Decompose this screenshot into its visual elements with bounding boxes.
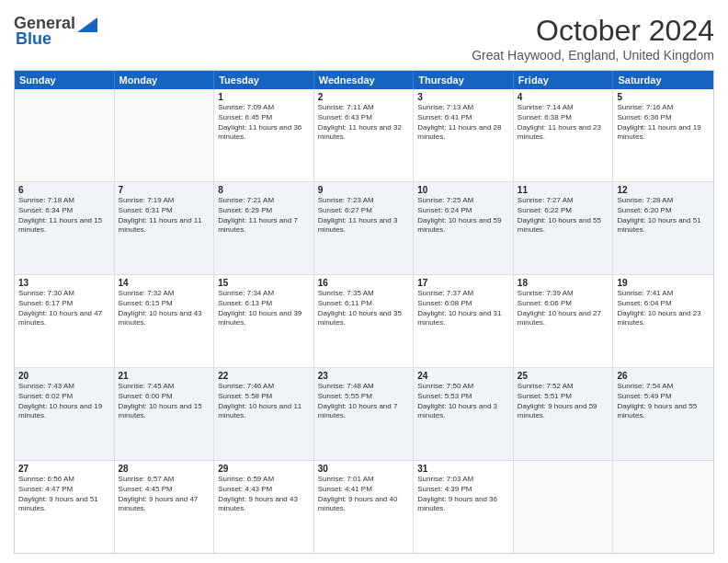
cell-sun-info: Sunrise: 7:32 AM Sunset: 6:15 PM Dayligh… [119,289,210,328]
cal-cell-day: 12Sunrise: 7:28 AM Sunset: 6:20 PM Dayli… [613,182,713,274]
cell-sun-info: Sunrise: 7:39 AM Sunset: 6:06 PM Dayligh… [518,289,609,328]
cal-cell-day: 15Sunrise: 7:34 AM Sunset: 6:13 PM Dayli… [214,275,314,367]
day-number: 24 [417,371,509,381]
day-number: 18 [518,278,609,288]
location: Great Haywood, England, United Kingdom [472,48,714,63]
cell-sun-info: Sunrise: 6:59 AM Sunset: 4:43 PM Dayligh… [218,475,310,514]
cal-cell-day: 22Sunrise: 7:46 AM Sunset: 5:58 PM Dayli… [214,368,314,460]
day-number: 31 [417,464,509,474]
day-number: 2 [318,92,410,102]
day-number: 10 [417,185,509,195]
cal-cell-day: 27Sunrise: 6:56 AM Sunset: 4:47 PM Dayli… [15,461,115,553]
svg-marker-0 [77,17,97,32]
title-block: October 2024 Great Haywood, England, Uni… [472,14,714,63]
cell-sun-info: Sunrise: 7:48 AM Sunset: 5:55 PM Dayligh… [318,382,410,421]
day-number: 20 [18,371,110,381]
cal-cell-day: 2Sunrise: 7:11 AM Sunset: 6:43 PM Daylig… [314,89,415,181]
calendar-week-row: 20Sunrise: 7:43 AM Sunset: 6:02 PM Dayli… [15,368,713,461]
day-number: 12 [617,185,710,195]
day-number: 8 [218,185,310,195]
calendar-week-row: 1Sunrise: 7:09 AM Sunset: 6:45 PM Daylig… [15,89,713,182]
logo-icon [77,17,97,32]
calendar-week-row: 13Sunrise: 7:30 AM Sunset: 6:17 PM Dayli… [15,275,713,368]
day-number: 28 [119,464,210,474]
cell-sun-info: Sunrise: 7:54 AM Sunset: 5:49 PM Dayligh… [617,382,710,421]
cal-cell-day: 5Sunrise: 7:16 AM Sunset: 6:36 PM Daylig… [613,89,713,181]
logo-blue-text: Blue [16,29,51,49]
day-number: 22 [218,371,310,381]
cell-sun-info: Sunrise: 7:28 AM Sunset: 6:20 PM Dayligh… [617,196,710,236]
cal-header-day: Sunday [15,71,115,89]
cal-cell-empty [115,89,215,181]
cal-cell-empty [613,461,713,553]
day-number: 27 [18,464,110,474]
day-number: 15 [218,278,310,288]
cell-sun-info: Sunrise: 7:50 AM Sunset: 5:53 PM Dayligh… [417,382,509,421]
day-number: 9 [318,185,410,195]
cell-sun-info: Sunrise: 7:14 AM Sunset: 6:38 PM Dayligh… [518,103,609,143]
cal-cell-day: 3Sunrise: 7:13 AM Sunset: 6:41 PM Daylig… [414,89,514,181]
cal-cell-day: 13Sunrise: 7:30 AM Sunset: 6:17 PM Dayli… [15,275,115,367]
day-number: 5 [617,92,710,102]
cal-cell-day: 19Sunrise: 7:41 AM Sunset: 6:04 PM Dayli… [613,275,713,367]
day-number: 29 [218,464,310,474]
cell-sun-info: Sunrise: 7:03 AM Sunset: 4:39 PM Dayligh… [417,475,509,514]
day-number: 7 [119,185,210,195]
calendar-body: 1Sunrise: 7:09 AM Sunset: 6:45 PM Daylig… [15,89,713,553]
cal-cell-day: 7Sunrise: 7:19 AM Sunset: 6:31 PM Daylig… [115,182,215,274]
cell-sun-info: Sunrise: 7:23 AM Sunset: 6:27 PM Dayligh… [318,196,410,236]
cell-sun-info: Sunrise: 7:13 AM Sunset: 6:41 PM Dayligh… [417,103,509,143]
day-number: 4 [518,92,609,102]
cal-cell-day: 21Sunrise: 7:45 AM Sunset: 6:00 PM Dayli… [115,368,215,460]
cal-cell-day: 14Sunrise: 7:32 AM Sunset: 6:15 PM Dayli… [115,275,215,367]
calendar-week-row: 27Sunrise: 6:56 AM Sunset: 4:47 PM Dayli… [15,461,713,553]
cal-cell-day: 8Sunrise: 7:21 AM Sunset: 6:29 PM Daylig… [214,182,314,274]
day-number: 26 [617,371,710,381]
cell-sun-info: Sunrise: 7:01 AM Sunset: 4:41 PM Dayligh… [318,475,410,514]
day-number: 21 [119,371,210,381]
page: General Blue October 2024 Great Haywood,… [0,0,728,563]
day-number: 17 [417,278,509,288]
cell-sun-info: Sunrise: 7:16 AM Sunset: 6:36 PM Dayligh… [617,103,710,143]
cell-sun-info: Sunrise: 7:27 AM Sunset: 6:22 PM Dayligh… [518,196,609,236]
cal-cell-day: 10Sunrise: 7:25 AM Sunset: 6:24 PM Dayli… [414,182,514,274]
cell-sun-info: Sunrise: 7:46 AM Sunset: 5:58 PM Dayligh… [218,382,310,421]
cell-sun-info: Sunrise: 7:30 AM Sunset: 6:17 PM Dayligh… [18,289,110,328]
cal-cell-day: 1Sunrise: 7:09 AM Sunset: 6:45 PM Daylig… [214,89,314,181]
cal-cell-day: 9Sunrise: 7:23 AM Sunset: 6:27 PM Daylig… [314,182,415,274]
cal-cell-day: 11Sunrise: 7:27 AM Sunset: 6:22 PM Dayli… [514,182,614,274]
cal-cell-day: 16Sunrise: 7:35 AM Sunset: 6:11 PM Dayli… [314,275,415,367]
calendar-week-row: 6Sunrise: 7:18 AM Sunset: 6:34 PM Daylig… [15,182,713,275]
cell-sun-info: Sunrise: 7:52 AM Sunset: 5:51 PM Dayligh… [518,382,609,421]
cell-sun-info: Sunrise: 7:18 AM Sunset: 6:34 PM Dayligh… [18,196,110,236]
day-number: 6 [18,185,110,195]
cell-sun-info: Sunrise: 7:21 AM Sunset: 6:29 PM Dayligh… [218,196,310,236]
day-number: 14 [119,278,210,288]
cal-cell-day: 17Sunrise: 7:37 AM Sunset: 6:08 PM Dayli… [414,275,514,367]
cal-header-day: Friday [514,71,614,89]
cell-sun-info: Sunrise: 7:19 AM Sunset: 6:31 PM Dayligh… [119,196,210,236]
cal-header-day: Saturday [613,71,713,89]
header: General Blue October 2024 Great Haywood,… [14,14,714,63]
cell-sun-info: Sunrise: 7:25 AM Sunset: 6:24 PM Dayligh… [417,196,509,236]
day-number: 3 [417,92,509,102]
cell-sun-info: Sunrise: 6:57 AM Sunset: 4:45 PM Dayligh… [119,475,210,514]
day-number: 11 [518,185,609,195]
cell-sun-info: Sunrise: 7:43 AM Sunset: 6:02 PM Dayligh… [18,382,110,421]
cal-cell-day: 23Sunrise: 7:48 AM Sunset: 5:55 PM Dayli… [314,368,415,460]
cell-sun-info: Sunrise: 7:11 AM Sunset: 6:43 PM Dayligh… [318,103,410,143]
cal-header-day: Monday [115,71,215,89]
cell-sun-info: Sunrise: 7:35 AM Sunset: 6:11 PM Dayligh… [318,289,410,328]
calendar: SundayMondayTuesdayWednesdayThursdayFrid… [14,70,714,554]
cell-sun-info: Sunrise: 7:34 AM Sunset: 6:13 PM Dayligh… [218,289,310,328]
cal-cell-day: 26Sunrise: 7:54 AM Sunset: 5:49 PM Dayli… [613,368,713,460]
day-number: 19 [617,278,710,288]
cal-cell-empty [15,89,115,181]
day-number: 25 [518,371,609,381]
cal-cell-day: 31Sunrise: 7:03 AM Sunset: 4:39 PM Dayli… [414,461,514,553]
cell-sun-info: Sunrise: 7:09 AM Sunset: 6:45 PM Dayligh… [218,103,310,143]
cell-sun-info: Sunrise: 7:37 AM Sunset: 6:08 PM Dayligh… [417,289,509,328]
cal-cell-day: 28Sunrise: 6:57 AM Sunset: 4:45 PM Dayli… [115,461,215,553]
month-title: October 2024 [472,14,714,48]
cal-cell-day: 4Sunrise: 7:14 AM Sunset: 6:38 PM Daylig… [514,89,614,181]
